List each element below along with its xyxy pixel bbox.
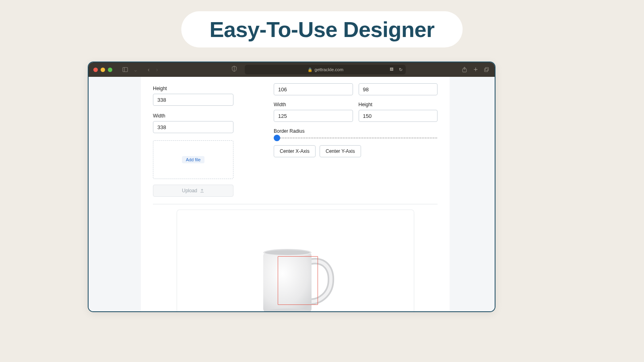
image-height-input[interactable] xyxy=(153,94,233,106)
svg-rect-6 xyxy=(485,68,488,72)
shield-icon[interactable] xyxy=(231,66,237,72)
upload-button[interactable]: Upload xyxy=(153,185,233,197)
area-height-label: Height xyxy=(359,102,438,107)
right-column: Width Height Border Radius Center X-Ax xyxy=(274,83,438,197)
tabs-icon[interactable] xyxy=(483,66,490,73)
position-y-input[interactable] xyxy=(359,83,438,95)
designer-panel: Height Width Add file Upload xyxy=(141,77,450,311)
svg-text:🅰: 🅰 xyxy=(390,68,393,71)
area-width-input[interactable] xyxy=(274,110,353,122)
plus-icon[interactable]: + xyxy=(473,66,478,74)
area-height-input[interactable] xyxy=(359,110,438,122)
translate-icon[interactable]: 🅰 xyxy=(390,67,396,72)
share-icon[interactable] xyxy=(461,66,468,73)
back-chevron-icon[interactable]: ‹ xyxy=(146,66,151,73)
chevron-down-icon[interactable]: ⌄ xyxy=(132,66,140,73)
close-window-icon[interactable] xyxy=(93,68,98,72)
svg-rect-5 xyxy=(485,68,489,71)
sidebar-toggle-icon[interactable] xyxy=(122,66,128,73)
border-radius-slider[interactable] xyxy=(274,137,438,139)
refresh-icon[interactable]: ↻ xyxy=(399,67,402,72)
browser-window: ⌄ ‹ › 🔒 gettrackle.com 🅰 ↻ + xyxy=(88,62,495,312)
maximize-window-icon[interactable] xyxy=(108,68,112,72)
svg-point-9 xyxy=(265,250,310,255)
svg-rect-0 xyxy=(123,68,128,72)
url-text: gettrackle.com xyxy=(315,67,344,72)
slider-thumb[interactable] xyxy=(274,135,280,141)
position-x-input[interactable] xyxy=(274,83,353,95)
file-dropzone[interactable]: Add file xyxy=(153,140,233,179)
add-file-button[interactable]: Add file xyxy=(182,156,205,163)
border-radius-label: Border Radius xyxy=(274,128,438,134)
width-label: Width xyxy=(153,113,233,119)
lock-icon: 🔒 xyxy=(308,68,312,72)
address-bar[interactable]: 🔒 gettrackle.com 🅰 ↻ xyxy=(245,65,406,74)
center-x-button[interactable]: Center X-Axis xyxy=(274,145,316,157)
product-canvas[interactable] xyxy=(177,210,414,311)
hero-pill: Easy-To-Use Designer xyxy=(181,11,462,47)
page-content: Height Width Add file Upload xyxy=(89,77,495,311)
height-label: Height xyxy=(153,86,233,91)
upload-icon xyxy=(200,188,204,193)
area-width-label: Width xyxy=(274,102,353,107)
image-width-input[interactable] xyxy=(153,121,233,133)
left-column: Height Width Add file Upload xyxy=(153,83,233,197)
browser-titlebar: ⌄ ‹ › 🔒 gettrackle.com 🅰 ↻ + xyxy=(89,62,495,77)
upload-button-label: Upload xyxy=(182,188,197,193)
center-y-button[interactable]: Center Y-Axis xyxy=(320,145,361,157)
print-area-rect[interactable] xyxy=(278,256,318,305)
forward-chevron-icon[interactable]: › xyxy=(155,66,160,73)
hero-title: Easy-To-Use Designer xyxy=(209,17,434,42)
traffic-lights xyxy=(93,68,112,72)
minimize-window-icon[interactable] xyxy=(101,68,105,72)
section-divider xyxy=(153,204,438,204)
